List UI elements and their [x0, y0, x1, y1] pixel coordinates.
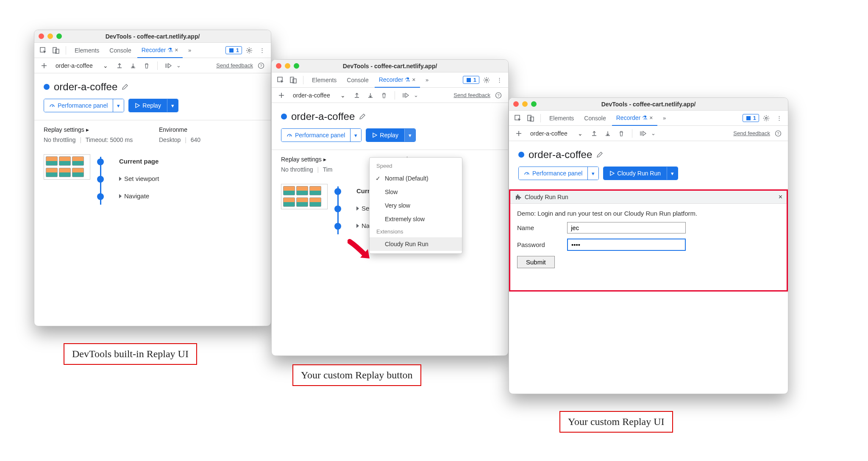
zoom-icon[interactable]: [56, 33, 62, 39]
edit-name-icon[interactable]: [596, 151, 603, 158]
tab-recorder[interactable]: Recorder ⚗ ×: [612, 111, 657, 126]
close-tab-icon[interactable]: ×: [175, 47, 178, 53]
step-label: Set viewport: [124, 175, 159, 182]
kebab-icon[interactable]: ⋮: [256, 45, 267, 56]
issues-badge[interactable]: 1: [225, 46, 242, 54]
edit-name-icon[interactable]: [359, 113, 366, 120]
menu-item-slow[interactable]: Slow: [370, 185, 462, 199]
import-icon[interactable]: [365, 90, 376, 101]
issues-badge[interactable]: 1: [743, 114, 759, 122]
trash-icon[interactable]: [141, 60, 152, 71]
chevron-down-icon[interactable]: ⌄: [176, 62, 181, 69]
menu-item-cloudy-run-run[interactable]: Cloudy Run Run: [370, 237, 462, 251]
perf-panel-caret[interactable]: ▾: [350, 129, 361, 142]
more-tabs-icon[interactable]: »: [184, 45, 195, 56]
tab-elements[interactable]: Elements: [308, 72, 341, 88]
more-tabs-icon[interactable]: »: [659, 113, 670, 124]
performance-panel-button[interactable]: Performance panel ▾: [44, 99, 124, 112]
perf-panel-caret[interactable]: ▾: [113, 99, 124, 112]
replay-settings-head[interactable]: Replay settings ▸: [44, 126, 146, 133]
new-recording-icon[interactable]: [39, 60, 50, 71]
tab-recorder[interactable]: Recorder ⚗ ×: [375, 72, 420, 88]
close-tab-icon[interactable]: ×: [649, 114, 653, 121]
replay-caret[interactable]: ▾: [167, 99, 178, 112]
step-play-icon[interactable]: [163, 60, 174, 71]
step-play-icon[interactable]: [400, 90, 411, 101]
inspect-icon[interactable]: [512, 113, 523, 124]
new-recording-icon[interactable]: [513, 128, 524, 139]
device-toggle-icon[interactable]: [50, 45, 61, 56]
replay-button[interactable]: Replay ▾: [128, 99, 178, 112]
minimize-icon[interactable]: [47, 33, 53, 39]
step-navigate[interactable]: Navigate: [107, 187, 262, 205]
minimize-icon[interactable]: [522, 101, 528, 107]
close-icon[interactable]: [513, 101, 519, 107]
help-icon[interactable]: ?: [773, 128, 784, 139]
traffic-lights: [276, 63, 299, 69]
gear-icon[interactable]: [761, 113, 772, 124]
import-icon[interactable]: [602, 128, 613, 139]
performance-panel-button[interactable]: Performance panel ▾: [518, 167, 599, 180]
menu-item-extremely-slow[interactable]: Extremely slow: [370, 212, 462, 226]
tab-console[interactable]: Console: [105, 43, 135, 58]
export-icon[interactable]: [351, 90, 362, 101]
cloudy-run-run-button[interactable]: Cloudy Run Run ▾: [603, 167, 678, 180]
send-feedback-link[interactable]: Send feedback: [216, 62, 253, 69]
zoom-icon[interactable]: [294, 63, 299, 69]
tab-console[interactable]: Console: [580, 111, 610, 126]
performance-panel-button[interactable]: Performance panel ▾: [281, 128, 362, 142]
password-field[interactable]: [567, 239, 686, 251]
replay-caret[interactable]: ▾: [667, 167, 678, 180]
help-icon[interactable]: ?: [256, 60, 267, 71]
gear-icon[interactable]: [244, 45, 255, 56]
device-toggle-icon[interactable]: [525, 113, 536, 124]
gear-icon[interactable]: [481, 75, 492, 86]
trash-icon[interactable]: [616, 128, 627, 139]
step-set-viewport[interactable]: Set viewport: [107, 170, 262, 187]
name-field[interactable]: [567, 222, 686, 233]
replay-caret[interactable]: ▾: [404, 129, 415, 142]
flask-icon: ⚗: [167, 47, 173, 53]
import-icon[interactable]: [128, 60, 139, 71]
menu-item-normal[interactable]: Normal (Default): [370, 172, 462, 185]
replay-settings-head[interactable]: Replay settings ▸: [281, 156, 384, 163]
recording-select[interactable]: order-a-coffee ⌄: [527, 129, 586, 138]
recording-select[interactable]: order-a-coffee ⌄: [52, 61, 111, 70]
minimize-icon[interactable]: [285, 63, 290, 69]
chevron-down-icon[interactable]: ⌄: [651, 130, 656, 136]
kebab-icon[interactable]: ⋮: [494, 75, 505, 86]
send-feedback-link[interactable]: Send feedback: [453, 92, 490, 98]
more-tabs-icon[interactable]: »: [422, 75, 433, 86]
close-tab-icon[interactable]: ×: [412, 76, 415, 83]
close-icon[interactable]: [39, 33, 44, 39]
tab-elements[interactable]: Elements: [70, 43, 103, 58]
close-icon[interactable]: [276, 63, 281, 69]
close-icon[interactable]: ×: [779, 193, 782, 201]
trash-icon[interactable]: [378, 90, 389, 101]
tab-console[interactable]: Console: [342, 72, 373, 88]
edit-name-icon[interactable]: [122, 83, 128, 90]
new-recording-icon[interactable]: [276, 90, 287, 101]
zoom-icon[interactable]: [531, 101, 537, 107]
inspect-icon[interactable]: [38, 45, 49, 56]
perf-panel-caret[interactable]: ▾: [587, 167, 598, 180]
issues-badge[interactable]: 1: [463, 76, 479, 84]
tab-elements[interactable]: Elements: [545, 111, 578, 126]
device-toggle-icon[interactable]: [288, 75, 299, 86]
recording-select[interactable]: order-a-coffee ⌄: [289, 91, 349, 100]
replay-button[interactable]: Replay ▾: [366, 128, 416, 142]
tab-recorder[interactable]: Recorder ⚗ ×: [137, 43, 183, 58]
chevron-down-icon[interactable]: ⌄: [414, 92, 418, 98]
inspect-icon[interactable]: [275, 75, 286, 86]
menu-item-very-slow[interactable]: Very slow: [370, 199, 462, 212]
step-current-page[interactable]: Current page: [107, 153, 262, 170]
kebab-icon[interactable]: ⋮: [773, 113, 785, 124]
help-icon[interactable]: ?: [493, 90, 504, 101]
step-play-icon[interactable]: [637, 128, 648, 139]
traffic-lights: [39, 33, 62, 39]
export-icon[interactable]: [589, 128, 600, 139]
issues-count: 1: [236, 47, 239, 53]
submit-button[interactable]: Submit: [517, 256, 555, 268]
export-icon[interactable]: [114, 60, 125, 71]
send-feedback-link[interactable]: Send feedback: [733, 130, 770, 136]
